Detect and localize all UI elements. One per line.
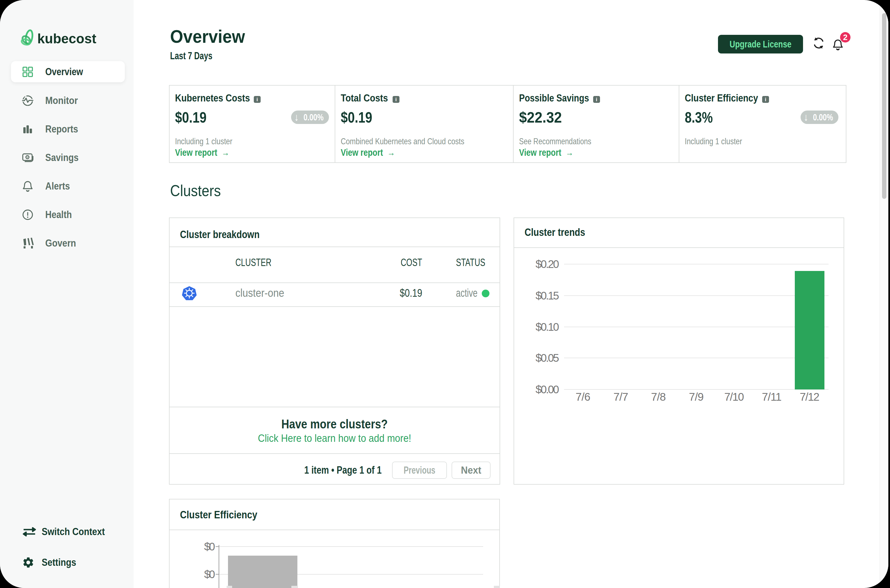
svg-text:7/12: 7/12: [800, 391, 819, 403]
svg-text:$0.20: $0.20: [536, 258, 559, 270]
svg-text:7/11: 7/11: [762, 391, 782, 403]
svg-text:$0: $0: [204, 568, 215, 580]
svg-text:$0.10: $0.10: [536, 321, 559, 333]
svg-text:7/7: 7/7: [614, 391, 628, 403]
svg-text:7/8: 7/8: [651, 391, 666, 403]
svg-text:7/10: 7/10: [724, 391, 744, 403]
svg-text:$0.15: $0.15: [536, 290, 559, 302]
svg-text:7/6: 7/6: [576, 391, 590, 403]
svg-text:7/9: 7/9: [689, 391, 704, 403]
svg-text:$0.05: $0.05: [536, 352, 559, 364]
svg-text:$0.00: $0.00: [536, 383, 559, 396]
svg-text:$0: $0: [204, 540, 215, 553]
